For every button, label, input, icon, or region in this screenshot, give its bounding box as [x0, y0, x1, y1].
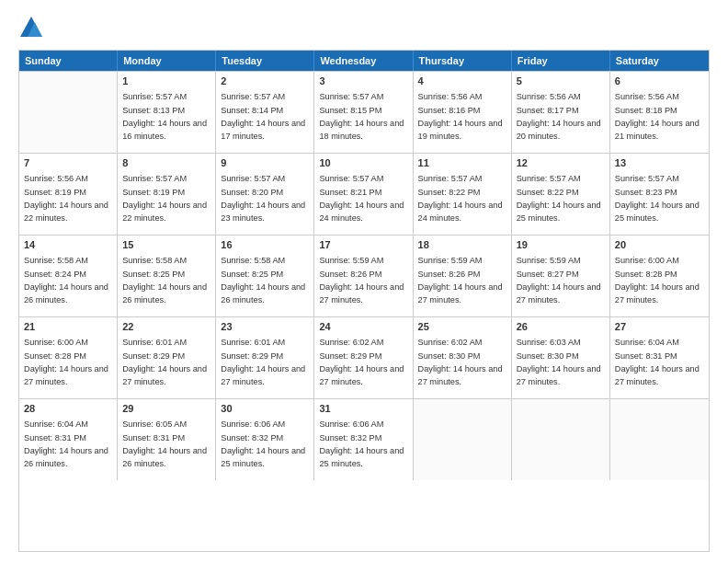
calendar: SundayMondayTuesdayWednesdayThursdayFrid…	[18, 50, 710, 552]
cell-date: 8	[122, 156, 210, 170]
calendar-cell: 24 Sunrise: 6:02 AMSunset: 8:29 PMDaylig…	[314, 317, 413, 398]
calendar-cell: 16 Sunrise: 5:58 AMSunset: 8:25 PMDaylig…	[216, 236, 314, 316]
calendar-body: 1 Sunrise: 5:57 AMSunset: 8:13 PMDayligh…	[19, 71, 709, 480]
header-day-friday: Friday	[512, 51, 610, 71]
calendar-cell: 29 Sunrise: 6:05 AMSunset: 8:31 PMDaylig…	[118, 399, 216, 480]
cell-date: 20	[615, 238, 704, 252]
cell-info: Sunrise: 5:59 AMSunset: 8:26 PMDaylight:…	[319, 256, 404, 304]
cell-info: Sunrise: 5:57 AMSunset: 8:22 PMDaylight:…	[517, 174, 601, 223]
cell-date: 7	[24, 156, 112, 170]
header-day-monday: Monday	[118, 51, 216, 71]
cell-info: Sunrise: 5:57 AMSunset: 8:23 PMDaylight:…	[615, 174, 700, 223]
calendar-cell	[19, 72, 118, 153]
header	[18, 15, 710, 40]
header-day-sunday: Sunday	[19, 51, 118, 71]
calendar-cell: 5 Sunrise: 5:56 AMSunset: 8:17 PMDayligh…	[512, 72, 610, 153]
cell-date: 29	[122, 402, 210, 416]
calendar-cell: 11 Sunrise: 5:57 AMSunset: 8:22 PMDaylig…	[414, 154, 512, 235]
cell-info: Sunrise: 6:05 AMSunset: 8:31 PMDaylight:…	[122, 419, 207, 468]
cell-date: 25	[418, 320, 506, 334]
cell-date: 1	[122, 75, 210, 88]
cell-date: 26	[517, 320, 605, 334]
calendar-cell	[512, 399, 610, 480]
calendar-cell: 4 Sunrise: 5:56 AMSunset: 8:16 PMDayligh…	[414, 72, 512, 153]
cell-date: 27	[615, 320, 704, 334]
cell-date: 2	[221, 75, 309, 88]
calendar-header: SundayMondayTuesdayWednesdayThursdayFrid…	[19, 51, 709, 71]
cell-info: Sunrise: 5:58 AMSunset: 8:24 PMDaylight:…	[24, 256, 108, 304]
calendar-cell: 25 Sunrise: 6:02 AMSunset: 8:30 PMDaylig…	[414, 317, 512, 398]
cell-date: 31	[319, 402, 407, 416]
cell-info: Sunrise: 5:58 AMSunset: 8:25 PMDaylight:…	[221, 256, 305, 304]
logo-icon	[18, 15, 44, 40]
calendar-row-2: 14 Sunrise: 5:58 AMSunset: 8:24 PMDaylig…	[19, 235, 709, 316]
header-day-saturday: Saturday	[610, 51, 709, 71]
calendar-cell	[414, 399, 512, 480]
cell-info: Sunrise: 5:56 AMSunset: 8:17 PMDaylight:…	[517, 92, 601, 141]
cell-info: Sunrise: 6:01 AMSunset: 8:29 PMDaylight:…	[221, 338, 305, 386]
calendar-cell: 1 Sunrise: 5:57 AMSunset: 8:13 PMDayligh…	[118, 72, 216, 153]
calendar-cell: 17 Sunrise: 5:59 AMSunset: 8:26 PMDaylig…	[314, 236, 413, 316]
cell-date: 19	[517, 238, 605, 252]
cell-info: Sunrise: 5:56 AMSunset: 8:16 PMDaylight:…	[418, 92, 503, 141]
calendar-cell: 3 Sunrise: 5:57 AMSunset: 8:15 PMDayligh…	[314, 72, 413, 153]
calendar-cell: 2 Sunrise: 5:57 AMSunset: 8:14 PMDayligh…	[216, 72, 314, 153]
cell-info: Sunrise: 6:01 AMSunset: 8:29 PMDaylight:…	[122, 338, 207, 386]
cell-date: 13	[615, 156, 704, 170]
cell-info: Sunrise: 5:57 AMSunset: 8:13 PMDaylight:…	[122, 92, 207, 141]
cell-info: Sunrise: 6:00 AMSunset: 8:28 PMDaylight:…	[615, 256, 700, 304]
cell-info: Sunrise: 5:59 AMSunset: 8:26 PMDaylight:…	[418, 256, 503, 304]
cell-date: 17	[319, 238, 407, 252]
cell-info: Sunrise: 6:02 AMSunset: 8:29 PMDaylight:…	[319, 338, 404, 386]
cell-info: Sunrise: 6:06 AMSunset: 8:32 PMDaylight:…	[221, 419, 305, 468]
cell-date: 22	[122, 320, 210, 334]
calendar-cell: 23 Sunrise: 6:01 AMSunset: 8:29 PMDaylig…	[216, 317, 314, 398]
calendar-row-1: 7 Sunrise: 5:56 AMSunset: 8:19 PMDayligh…	[19, 153, 709, 235]
cell-info: Sunrise: 5:57 AMSunset: 8:15 PMDaylight:…	[319, 92, 404, 141]
calendar-cell: 28 Sunrise: 6:04 AMSunset: 8:31 PMDaylig…	[19, 399, 118, 480]
calendar-row-3: 21 Sunrise: 6:00 AMSunset: 8:28 PMDaylig…	[19, 316, 709, 398]
cell-date: 24	[319, 320, 407, 334]
cell-date: 23	[221, 320, 309, 334]
calendar-cell: 6 Sunrise: 5:56 AMSunset: 8:18 PMDayligh…	[610, 72, 709, 153]
cell-info: Sunrise: 6:03 AMSunset: 8:30 PMDaylight:…	[517, 338, 601, 386]
cell-date: 4	[418, 75, 506, 88]
calendar-cell: 19 Sunrise: 5:59 AMSunset: 8:27 PMDaylig…	[512, 236, 610, 316]
calendar-cell: 18 Sunrise: 5:59 AMSunset: 8:26 PMDaylig…	[414, 236, 512, 316]
calendar-cell	[610, 399, 709, 480]
cell-info: Sunrise: 5:57 AMSunset: 8:14 PMDaylight:…	[221, 92, 305, 141]
cell-date: 28	[24, 402, 112, 416]
cell-info: Sunrise: 5:56 AMSunset: 8:19 PMDaylight:…	[24, 174, 108, 223]
cell-info: Sunrise: 5:57 AMSunset: 8:19 PMDaylight:…	[122, 174, 207, 223]
cell-info: Sunrise: 5:58 AMSunset: 8:25 PMDaylight:…	[122, 256, 207, 304]
header-day-thursday: Thursday	[414, 51, 512, 71]
cell-date: 9	[221, 156, 309, 170]
calendar-cell: 9 Sunrise: 5:57 AMSunset: 8:20 PMDayligh…	[216, 154, 314, 235]
cell-date: 21	[24, 320, 112, 334]
cell-date: 30	[221, 402, 309, 416]
calendar-cell: 21 Sunrise: 6:00 AMSunset: 8:28 PMDaylig…	[19, 317, 118, 398]
cell-date: 14	[24, 238, 112, 252]
cell-info: Sunrise: 6:06 AMSunset: 8:32 PMDaylight:…	[319, 419, 404, 468]
cell-info: Sunrise: 6:04 AMSunset: 8:31 PMDaylight:…	[615, 338, 700, 386]
cell-date: 16	[221, 238, 309, 252]
cell-info: Sunrise: 5:57 AMSunset: 8:20 PMDaylight:…	[221, 174, 305, 223]
cell-info: Sunrise: 5:59 AMSunset: 8:27 PMDaylight:…	[517, 256, 601, 304]
calendar-cell: 20 Sunrise: 6:00 AMSunset: 8:28 PMDaylig…	[610, 236, 709, 316]
calendar-cell: 10 Sunrise: 5:57 AMSunset: 8:21 PMDaylig…	[314, 154, 413, 235]
cell-info: Sunrise: 5:56 AMSunset: 8:18 PMDaylight:…	[615, 92, 700, 141]
cell-date: 5	[517, 75, 605, 88]
cell-date: 11	[418, 156, 506, 170]
calendar-cell: 31 Sunrise: 6:06 AMSunset: 8:32 PMDaylig…	[314, 399, 413, 480]
calendar-cell: 13 Sunrise: 5:57 AMSunset: 8:23 PMDaylig…	[610, 154, 709, 235]
cell-date: 12	[517, 156, 605, 170]
calendar-cell: 8 Sunrise: 5:57 AMSunset: 8:19 PMDayligh…	[118, 154, 216, 235]
calendar-cell: 26 Sunrise: 6:03 AMSunset: 8:30 PMDaylig…	[512, 317, 610, 398]
page: SundayMondayTuesdayWednesdayThursdayFrid…	[0, 0, 728, 563]
cell-info: Sunrise: 6:00 AMSunset: 8:28 PMDaylight:…	[24, 338, 108, 386]
calendar-row-0: 1 Sunrise: 5:57 AMSunset: 8:13 PMDayligh…	[19, 71, 709, 153]
calendar-cell: 22 Sunrise: 6:01 AMSunset: 8:29 PMDaylig…	[118, 317, 216, 398]
header-day-tuesday: Tuesday	[216, 51, 314, 71]
cell-info: Sunrise: 6:02 AMSunset: 8:30 PMDaylight:…	[418, 338, 503, 386]
calendar-cell: 14 Sunrise: 5:58 AMSunset: 8:24 PMDaylig…	[19, 236, 118, 316]
